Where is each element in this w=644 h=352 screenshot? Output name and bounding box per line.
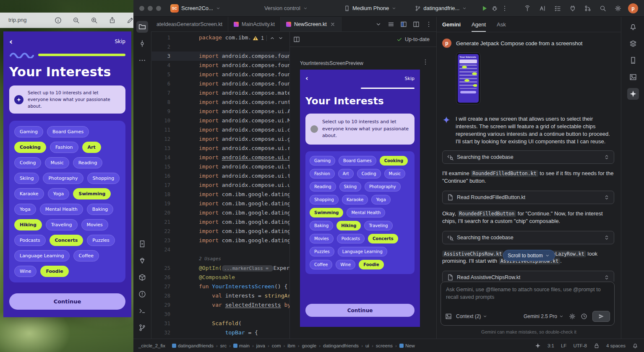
- debug-button[interactable]: [490, 3, 500, 13]
- editor-tab[interactable]: MainActivity.kt: [228, 17, 281, 31]
- context-selector[interactable]: Context (2): [456, 313, 488, 319]
- history-icon[interactable]: [581, 313, 587, 320]
- build-variants-icon[interactable]: [136, 255, 148, 267]
- breadcrumb-item[interactable]: datingandfriends: [172, 343, 214, 348]
- editor-options-icon[interactable]: [425, 21, 432, 28]
- next-problem-icon[interactable]: [278, 35, 284, 41]
- breadcrumb-item[interactable]: screens: [376, 343, 393, 348]
- problems-icon[interactable]: [136, 288, 148, 300]
- resource-manager-icon[interactable]: [627, 71, 639, 83]
- code-line: 6import androidx.compose.foundat: [151, 79, 289, 88]
- code-line: 28 val interests = stringArray: [151, 291, 289, 300]
- read-only-lock-icon[interactable]: [594, 343, 600, 349]
- breadcrumb-item[interactable]: google: [302, 343, 317, 348]
- ai-status-icon[interactable]: [535, 343, 541, 349]
- split-right-icon[interactable]: [400, 21, 407, 28]
- breadcrumb-item[interactable]: java: [256, 343, 265, 348]
- tab-ask[interactable]: Ask: [497, 17, 506, 32]
- breadcrumb-item[interactable]: ui: [365, 343, 369, 348]
- profile-avatar[interactable]: p: [628, 3, 638, 13]
- project-folder-icon[interactable]: [136, 21, 148, 33]
- device-manager-icon[interactable]: [627, 38, 639, 49]
- settings-icon[interactable]: [613, 3, 623, 13]
- editor-tab[interactable]: NewScreen.kt: [281, 17, 342, 31]
- split-editor-icon[interactable]: [293, 36, 300, 43]
- attach-image-icon[interactable]: [445, 313, 452, 320]
- terminal-icon[interactable]: [136, 305, 148, 317]
- breadcrumb-separator: ›: [298, 343, 300, 348]
- running-devices-icon[interactable]: [136, 238, 148, 250]
- send-button[interactable]: [592, 311, 610, 322]
- previous-problem-icon[interactable]: [269, 35, 275, 41]
- preview-options-icon[interactable]: [422, 59, 429, 65]
- progress-bar: [9, 52, 125, 58]
- branch-name: datingandfrie...: [423, 5, 459, 11]
- plugins-icon[interactable]: [568, 3, 578, 13]
- editor-list-icon[interactable]: [388, 21, 394, 28]
- project-selector[interactable]: SC Screen2Co...: [170, 4, 221, 13]
- window-controls[interactable]: [139, 6, 161, 11]
- scroll-to-bottom-label: Scroll to bottom: [508, 253, 542, 259]
- device-selector[interactable]: Medium Phone: [344, 5, 396, 11]
- search-everywhere-icon[interactable]: [598, 3, 608, 13]
- editor-tab[interactable]: ateIdeasGeneratorScreen.kt: [151, 17, 228, 31]
- code-editor[interactable]: 1package com.ibm.googl23import androidx.…: [151, 32, 289, 339]
- commit-icon[interactable]: [136, 38, 148, 49]
- markup-icon[interactable]: [127, 17, 133, 24]
- tool-card[interactable]: Searching the codebase: [442, 150, 614, 164]
- expand-icon[interactable]: [604, 274, 610, 280]
- todo-list-icon[interactable]: [553, 3, 563, 13]
- interest-chip: Mental Health: [40, 204, 83, 215]
- breadcrumb-item[interactable]: main: [233, 343, 250, 348]
- share-icon[interactable]: [109, 17, 116, 24]
- breadcrumb-item[interactable]: com: [272, 343, 281, 348]
- close-tab-icon[interactable]: [330, 21, 336, 27]
- branch-selector[interactable]: datingandfrie...: [415, 5, 467, 11]
- breadcrumb-item[interactable]: src: [220, 343, 227, 348]
- line-separator[interactable]: LF: [561, 343, 566, 348]
- device-streaming-icon[interactable]: [522, 3, 532, 13]
- indent-setting[interactable]: 4 spaces: [606, 343, 626, 348]
- gemini-icon[interactable]: [627, 88, 639, 100]
- attached-screenshot-thumbnail[interactable]: Your Interests: [456, 52, 480, 104]
- expand-icon[interactable]: [604, 194, 610, 200]
- breadcrumb-item[interactable]: ibm: [287, 343, 295, 348]
- notifications-icon[interactable]: [627, 21, 639, 33]
- scroll-to-bottom-button[interactable]: Scroll to bottom: [503, 250, 555, 261]
- module-icon: [233, 344, 237, 348]
- notifications-icon[interactable]: [632, 343, 638, 349]
- tool-card[interactable]: Read RoundedFilledButton.kt: [442, 191, 614, 204]
- code-line: 27fun YourInterestsScreen() {: [151, 282, 289, 291]
- inspection-widget[interactable]: 1: [250, 34, 286, 42]
- gemini-settings-icon[interactable]: [569, 313, 576, 320]
- breadcrumb-item[interactable]: datingandfriends: [323, 343, 359, 348]
- split-down-icon[interactable]: [413, 21, 420, 28]
- run-button[interactable]: [480, 3, 490, 13]
- zoom-out-icon[interactable]: [73, 17, 80, 24]
- interest-chip: Photography: [43, 173, 83, 184]
- caret-position[interactable]: 3:1: [548, 343, 554, 348]
- info-icon[interactable]: [55, 17, 62, 24]
- more-actions-icon[interactable]: [500, 3, 510, 13]
- tool-card[interactable]: Searching the codebase: [442, 231, 614, 244]
- file-encoding[interactable]: UTF-8: [573, 343, 587, 348]
- interest-chip: Foodie: [40, 266, 68, 277]
- expand-icon[interactable]: [604, 235, 610, 241]
- app-inspection-icon[interactable]: [136, 272, 148, 283]
- more-tools-icon[interactable]: [136, 54, 148, 66]
- vcs-widget[interactable]: Version control: [264, 5, 308, 11]
- running-devices-right-icon[interactable]: [627, 54, 639, 66]
- breadcrumb-item[interactable]: New: [399, 343, 415, 348]
- gemini-prompt-input[interactable]: [441, 282, 614, 305]
- tab-agent[interactable]: Agent: [472, 17, 486, 32]
- back-chevron-icon: ‹: [305, 75, 308, 82]
- expand-icon[interactable]: [604, 154, 610, 160]
- pull-requests-icon[interactable]: [583, 3, 593, 13]
- version-control-icon[interactable]: [136, 322, 148, 334]
- gemini-input-box[interactable]: Context (2) Gemini 2.5 Pro: [441, 282, 615, 326]
- tab-list-dropdown-icon[interactable]: [375, 21, 382, 28]
- model-selector[interactable]: Gemini 2.5 Pro: [524, 313, 564, 319]
- zoom-in-icon[interactable]: [91, 17, 98, 24]
- tool-card[interactable]: Read AssistiveChipsRow.kt: [442, 271, 614, 282]
- code-assist-icon[interactable]: [537, 3, 548, 13]
